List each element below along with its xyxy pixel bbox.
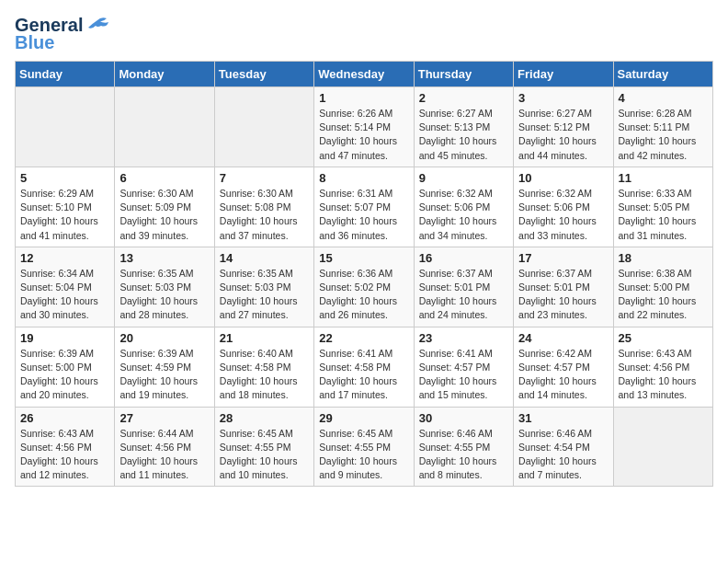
week-row-1: 1Sunrise: 6:26 AM Sunset: 5:14 PM Daylig… <box>16 87 713 167</box>
day-number: 26 <box>20 411 109 425</box>
day-cell <box>115 87 214 167</box>
day-info: Sunrise: 6:43 AM Sunset: 4:56 PM Dayligh… <box>20 427 109 483</box>
day-number: 20 <box>119 331 209 345</box>
calendar-header-row: SundayMondayTuesdayWednesdayThursdayFrid… <box>16 62 713 87</box>
day-cell: 9Sunrise: 6:32 AM Sunset: 5:06 PM Daylig… <box>414 167 513 247</box>
day-cell: 4Sunrise: 6:28 AM Sunset: 5:11 PM Daylig… <box>613 87 712 167</box>
day-cell: 17Sunrise: 6:37 AM Sunset: 5:01 PM Dayli… <box>514 247 613 327</box>
week-row-3: 12Sunrise: 6:34 AM Sunset: 5:04 PM Dayli… <box>16 247 713 327</box>
day-cell: 2Sunrise: 6:27 AM Sunset: 5:13 PM Daylig… <box>414 87 513 167</box>
day-cell: 21Sunrise: 6:40 AM Sunset: 4:58 PM Dayli… <box>214 327 313 407</box>
day-info: Sunrise: 6:46 AM Sunset: 4:54 PM Dayligh… <box>518 427 608 483</box>
day-info: Sunrise: 6:40 AM Sunset: 4:58 PM Dayligh… <box>220 347 309 403</box>
day-cell <box>613 407 712 487</box>
day-info: Sunrise: 6:45 AM Sunset: 4:55 PM Dayligh… <box>319 427 408 483</box>
day-number: 18 <box>619 251 708 265</box>
day-info: Sunrise: 6:41 AM Sunset: 4:58 PM Dayligh… <box>319 347 408 403</box>
day-number: 8 <box>319 171 408 185</box>
day-number: 14 <box>220 251 309 265</box>
day-cell: 18Sunrise: 6:38 AM Sunset: 5:00 PM Dayli… <box>613 247 712 327</box>
col-header-wednesday: Wednesday <box>314 62 414 87</box>
day-info: Sunrise: 6:38 AM Sunset: 5:00 PM Dayligh… <box>619 267 708 323</box>
logo-blue-text: Blue <box>15 32 54 53</box>
day-number: 12 <box>20 251 109 265</box>
day-cell: 6Sunrise: 6:30 AM Sunset: 5:09 PM Daylig… <box>115 167 214 247</box>
day-info: Sunrise: 6:27 AM Sunset: 5:12 PM Dayligh… <box>518 107 608 163</box>
calendar-table: SundayMondayTuesdayWednesdayThursdayFrid… <box>15 61 713 487</box>
day-info: Sunrise: 6:32 AM Sunset: 5:06 PM Dayligh… <box>518 187 608 243</box>
day-number: 15 <box>319 251 408 265</box>
day-number: 3 <box>518 91 608 105</box>
day-number: 10 <box>518 171 608 185</box>
day-info: Sunrise: 6:28 AM Sunset: 5:11 PM Dayligh… <box>619 107 708 163</box>
day-info: Sunrise: 6:27 AM Sunset: 5:13 PM Dayligh… <box>419 107 508 163</box>
day-number: 7 <box>220 171 309 185</box>
day-number: 16 <box>419 251 508 265</box>
day-info: Sunrise: 6:32 AM Sunset: 5:06 PM Dayligh… <box>419 187 508 243</box>
day-cell: 1Sunrise: 6:26 AM Sunset: 5:14 PM Daylig… <box>314 87 414 167</box>
col-header-friday: Friday <box>514 62 613 87</box>
day-info: Sunrise: 6:35 AM Sunset: 5:03 PM Dayligh… <box>220 267 309 323</box>
week-row-5: 26Sunrise: 6:43 AM Sunset: 4:56 PM Dayli… <box>16 407 713 487</box>
day-cell: 16Sunrise: 6:37 AM Sunset: 5:01 PM Dayli… <box>414 247 513 327</box>
day-info: Sunrise: 6:43 AM Sunset: 4:56 PM Dayligh… <box>619 347 708 403</box>
day-cell: 24Sunrise: 6:42 AM Sunset: 4:57 PM Dayli… <box>514 327 613 407</box>
day-number: 19 <box>20 331 109 345</box>
day-info: Sunrise: 6:33 AM Sunset: 5:05 PM Dayligh… <box>619 187 708 243</box>
day-number: 27 <box>119 411 209 425</box>
day-number: 30 <box>419 411 508 425</box>
day-info: Sunrise: 6:41 AM Sunset: 4:57 PM Dayligh… <box>419 347 508 403</box>
day-cell: 29Sunrise: 6:45 AM Sunset: 4:55 PM Dayli… <box>314 407 414 487</box>
col-header-sunday: Sunday <box>16 62 115 87</box>
logo: General Blue <box>15 15 110 53</box>
day-cell: 31Sunrise: 6:46 AM Sunset: 4:54 PM Dayli… <box>514 407 613 487</box>
day-cell: 12Sunrise: 6:34 AM Sunset: 5:04 PM Dayli… <box>16 247 115 327</box>
col-header-saturday: Saturday <box>613 62 712 87</box>
day-cell: 20Sunrise: 6:39 AM Sunset: 4:59 PM Dayli… <box>115 327 214 407</box>
day-number: 13 <box>119 251 209 265</box>
day-cell: 7Sunrise: 6:30 AM Sunset: 5:08 PM Daylig… <box>214 167 313 247</box>
day-info: Sunrise: 6:30 AM Sunset: 5:08 PM Dayligh… <box>220 187 309 243</box>
day-info: Sunrise: 6:45 AM Sunset: 4:55 PM Dayligh… <box>220 427 309 483</box>
col-header-tuesday: Tuesday <box>214 62 313 87</box>
day-number: 22 <box>319 331 408 345</box>
day-info: Sunrise: 6:44 AM Sunset: 4:56 PM Dayligh… <box>119 427 209 483</box>
day-info: Sunrise: 6:37 AM Sunset: 5:01 PM Dayligh… <box>419 267 508 323</box>
day-number: 21 <box>220 331 309 345</box>
day-number: 11 <box>619 171 708 185</box>
day-info: Sunrise: 6:31 AM Sunset: 5:07 PM Dayligh… <box>319 187 408 243</box>
day-cell: 30Sunrise: 6:46 AM Sunset: 4:55 PM Dayli… <box>414 407 513 487</box>
day-number: 25 <box>619 331 708 345</box>
day-info: Sunrise: 6:42 AM Sunset: 4:57 PM Dayligh… <box>518 347 608 403</box>
day-cell: 15Sunrise: 6:36 AM Sunset: 5:02 PM Dayli… <box>314 247 414 327</box>
day-info: Sunrise: 6:29 AM Sunset: 5:10 PM Dayligh… <box>20 187 109 243</box>
day-info: Sunrise: 6:26 AM Sunset: 5:14 PM Dayligh… <box>319 107 408 163</box>
day-number: 4 <box>619 91 708 105</box>
day-cell <box>16 87 115 167</box>
day-cell: 10Sunrise: 6:32 AM Sunset: 5:06 PM Dayli… <box>514 167 613 247</box>
week-row-2: 5Sunrise: 6:29 AM Sunset: 5:10 PM Daylig… <box>16 167 713 247</box>
day-info: Sunrise: 6:39 AM Sunset: 5:00 PM Dayligh… <box>20 347 109 403</box>
day-cell: 25Sunrise: 6:43 AM Sunset: 4:56 PM Dayli… <box>613 327 712 407</box>
day-cell: 8Sunrise: 6:31 AM Sunset: 5:07 PM Daylig… <box>314 167 414 247</box>
day-number: 29 <box>319 411 408 425</box>
day-cell: 22Sunrise: 6:41 AM Sunset: 4:58 PM Dayli… <box>314 327 414 407</box>
week-row-4: 19Sunrise: 6:39 AM Sunset: 5:00 PM Dayli… <box>16 327 713 407</box>
day-cell <box>214 87 313 167</box>
day-number: 31 <box>518 411 608 425</box>
day-info: Sunrise: 6:34 AM Sunset: 5:04 PM Dayligh… <box>20 267 109 323</box>
day-cell: 28Sunrise: 6:45 AM Sunset: 4:55 PM Dayli… <box>214 407 313 487</box>
day-info: Sunrise: 6:37 AM Sunset: 5:01 PM Dayligh… <box>518 267 608 323</box>
day-cell: 27Sunrise: 6:44 AM Sunset: 4:56 PM Dayli… <box>115 407 214 487</box>
day-cell: 5Sunrise: 6:29 AM Sunset: 5:10 PM Daylig… <box>16 167 115 247</box>
day-number: 28 <box>220 411 309 425</box>
day-cell: 19Sunrise: 6:39 AM Sunset: 5:00 PM Dayli… <box>16 327 115 407</box>
day-cell: 23Sunrise: 6:41 AM Sunset: 4:57 PM Dayli… <box>414 327 513 407</box>
day-cell: 11Sunrise: 6:33 AM Sunset: 5:05 PM Dayli… <box>613 167 712 247</box>
day-info: Sunrise: 6:30 AM Sunset: 5:09 PM Dayligh… <box>119 187 209 243</box>
day-number: 5 <box>20 171 109 185</box>
day-number: 24 <box>518 331 608 345</box>
day-cell: 26Sunrise: 6:43 AM Sunset: 4:56 PM Dayli… <box>16 407 115 487</box>
day-cell: 13Sunrise: 6:35 AM Sunset: 5:03 PM Dayli… <box>115 247 214 327</box>
day-cell: 3Sunrise: 6:27 AM Sunset: 5:12 PM Daylig… <box>514 87 613 167</box>
